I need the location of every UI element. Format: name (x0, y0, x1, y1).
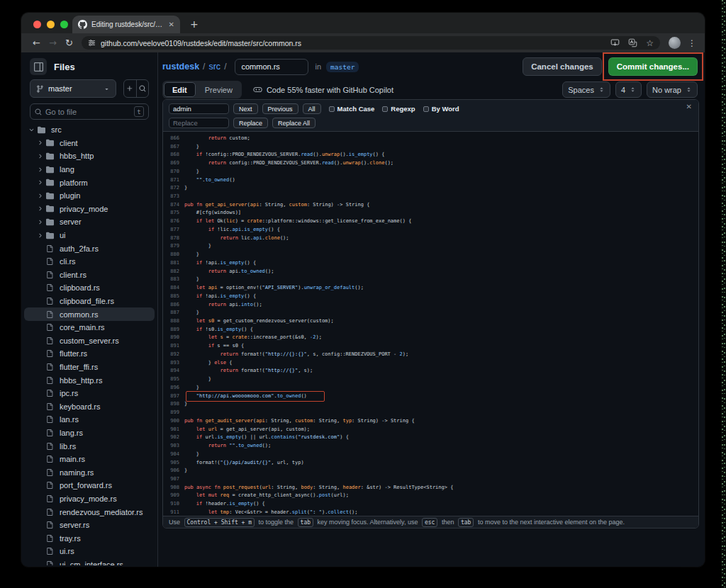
bookmark-star-icon[interactable]: ☆ (646, 38, 654, 48)
tree-item-core_main.rs[interactable]: core_main.rs (24, 321, 155, 334)
forward-icon[interactable]: → (45, 38, 61, 48)
find-input[interactable] (169, 103, 229, 114)
code-line[interactable]: 891 if s == s0 { (163, 341, 698, 350)
browser-menu-icon[interactable]: ⋮ (688, 38, 696, 48)
tune-icon[interactable] (88, 39, 96, 47)
tree-item-ui_cm_interface.rs[interactable]: ui_cm_interface.rs (24, 558, 155, 565)
code-line[interactable]: 883 } (163, 275, 698, 283)
tab-preview[interactable]: Preview (197, 82, 240, 97)
browser-tab[interactable]: Editing rustdesk/src/common... ✕ (72, 16, 180, 33)
code-line[interactable]: 908pub async fn post_request(url: String… (163, 483, 698, 492)
tree-item-hbbs_http[interactable]: hbbs_http (24, 149, 155, 163)
tree-item-ui.rs[interactable]: ui.rs (24, 545, 155, 558)
code-line[interactable]: 900pub fn get_audit_server(api: String, … (163, 417, 698, 425)
tree-item-naming.rs[interactable]: naming.rs (24, 465, 155, 479)
translate-icon[interactable] (628, 38, 637, 47)
code-line[interactable]: 867 } (163, 142, 698, 151)
code-line[interactable]: 904 } (163, 450, 698, 458)
code-line[interactable]: 870 } (163, 167, 698, 176)
code-line[interactable]: 881 if !api.is_empty() { (163, 259, 698, 267)
code-line[interactable]: 887 } (163, 308, 698, 317)
code-line[interactable]: 894 return format!("http://{}", s); (163, 367, 698, 375)
tree-item-server[interactable]: server (24, 215, 155, 229)
code-line[interactable]: 892 return format!("http://{}:{}", s, co… (163, 350, 698, 358)
save-page-icon[interactable] (610, 38, 620, 47)
tree-item-plugin[interactable]: plugin (24, 189, 155, 203)
tree-item-flutter_ffi.rs[interactable]: flutter_ffi.rs (24, 361, 155, 374)
find-previous-button[interactable]: Previous (262, 103, 298, 114)
match-case-checkbox[interactable] (329, 106, 335, 112)
copilot-banner[interactable]: Code 55% faster with GitHub Copilot (253, 85, 393, 94)
code-line[interactable]: 879 } (163, 242, 698, 251)
profile-avatar[interactable] (669, 37, 681, 49)
code-line[interactable]: 875 #[cfg(windows)] (163, 209, 698, 217)
tree-item-cli.rs[interactable]: cli.rs (24, 255, 155, 268)
find-next-button[interactable]: Next (233, 103, 258, 114)
tree-item-client.rs[interactable]: client.rs (24, 268, 155, 282)
by-word-checkbox[interactable] (423, 106, 429, 112)
code-line[interactable]: 889 if !s0.is_empty() { (163, 325, 698, 334)
code-line[interactable]: 901 let url = get_api_server(api, custom… (163, 425, 698, 434)
code-line[interactable]: 895 } (163, 375, 698, 383)
tree-item-platform[interactable]: platform (24, 176, 155, 189)
url-bar[interactable]: github.com/veelove0109/rustdesk/edit/mas… (82, 36, 660, 50)
breadcrumb-repo-link[interactable]: rustdesk (162, 62, 199, 72)
tree-item-clipboard.rs[interactable]: clipboard.rs (24, 281, 155, 295)
code-line[interactable]: 874pub fn get_api_server(api: String, cu… (163, 200, 698, 209)
code-line[interactable]: 890 let s = crate::increase_port(&s0, -2… (163, 334, 698, 342)
wrap-mode-select[interactable]: No wrap (647, 81, 698, 98)
tree-item-server.rs[interactable]: server.rs (24, 519, 155, 532)
code-line[interactable]: 907 (163, 475, 698, 483)
tree-item-port_forward.rs[interactable]: port_forward.rs (24, 479, 155, 492)
minimize-window-button[interactable] (47, 21, 55, 28)
tree-item-privacy_mode[interactable]: privacy_mode (24, 203, 155, 216)
code-line[interactable]: 873 (163, 192, 698, 200)
tree-item-main.rs[interactable]: main.rs (24, 453, 155, 466)
tree-item-common.rs[interactable]: common.rs (24, 307, 155, 321)
tree-item-client[interactable]: client (24, 137, 155, 150)
regexp-checkbox[interactable] (382, 106, 388, 112)
code-area[interactable]: 866 return custom;867 }868 if !config::P… (163, 132, 698, 516)
code-line[interactable]: 888 let s0 = get_custom_rendezvous_serve… (163, 317, 698, 325)
breadcrumb-dir-link[interactable]: src (208, 62, 220, 72)
go-to-file-box[interactable]: t (30, 103, 149, 120)
code-line[interactable]: 869 return config::PROD_RENDEZVOUS_SERVE… (163, 159, 698, 167)
code-line[interactable]: 876 if let Ok(lic) = crate::platform::wi… (163, 217, 698, 225)
tab-edit[interactable]: Edit (164, 82, 196, 97)
tree-item-ipc.rs[interactable]: ipc.rs (24, 387, 155, 400)
search-files-button[interactable] (136, 80, 149, 97)
code-line[interactable]: 877 if !lic.api.is_empty() { (163, 225, 698, 234)
tree-item-auth_2fa.rs[interactable]: auth_2fa.rs (24, 242, 155, 255)
replace-input[interactable] (169, 118, 229, 128)
go-to-file-input[interactable] (45, 108, 130, 116)
reload-icon[interactable]: ↻ (61, 38, 77, 48)
close-find-icon[interactable]: ✕ (686, 103, 692, 111)
code-line[interactable]: 906} (163, 466, 698, 475)
tree-item-src[interactable]: src (24, 123, 155, 137)
code-line[interactable]: 902 if url.is_empty() || url.contains("r… (163, 433, 698, 441)
code-line[interactable]: 866 return custom; (163, 134, 698, 142)
commit-changes-button[interactable]: Commit changes... (608, 57, 698, 76)
tree-item-lang.rs[interactable]: lang.rs (24, 426, 155, 440)
code-line[interactable]: 897 "http://api.woooomooo.com".to_owned(… (163, 392, 698, 400)
code-line[interactable]: 911 let tmp: Vec<&str> = header.split(":… (163, 508, 698, 516)
tree-item-rendezvous_mediator.rs[interactable]: rendezvous_mediator.rs (24, 505, 155, 519)
code-line[interactable]: 886 return api.into(); (163, 300, 698, 309)
tree-item-lang[interactable]: lang (24, 163, 155, 176)
code-line[interactable]: 882 return api.to_owned(); (163, 267, 698, 276)
find-all-button[interactable]: All (303, 103, 321, 114)
code-line[interactable]: 910 if !header.is_empty() { (163, 499, 698, 508)
indent-mode-select[interactable]: Spaces (562, 81, 610, 98)
tree-item-lib.rs[interactable]: lib.rs (24, 439, 155, 453)
tree-item-tray.rs[interactable]: tray.rs (24, 531, 155, 545)
cancel-changes-button[interactable]: Cancel changes (523, 57, 602, 76)
code-line[interactable]: 909 let mut req = create_http_client_asy… (163, 492, 698, 500)
code-line[interactable]: 880 } (163, 250, 698, 259)
replace-all-button[interactable]: Replace All (272, 118, 315, 128)
tree-item-ui[interactable]: ui (24, 229, 155, 242)
collapse-sidebar-button[interactable] (30, 58, 47, 75)
code-line[interactable]: 893 } else { (163, 358, 698, 367)
tree-item-clipboard_file.rs[interactable]: clipboard_file.rs (24, 295, 155, 308)
code-line[interactable]: 871 "".to_owned() (163, 176, 698, 184)
url-text[interactable]: github.com/veelove0109/rustdesk/edit/mas… (101, 39, 610, 47)
